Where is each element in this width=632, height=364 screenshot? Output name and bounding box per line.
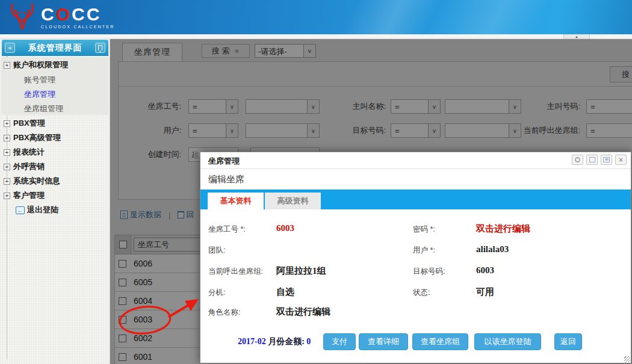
sidebar-collapse-button[interactable]: « (5, 43, 15, 53)
view-seat-group-button[interactable]: 查看坐席组 (412, 333, 468, 350)
expand-plus-icon[interactable]: + (4, 62, 10, 69)
sidebar-item-account-permissions[interactable]: +账户和权限管理 (4, 60, 68, 70)
chevron-double-left-icon: « (8, 44, 11, 51)
value-role-name[interactable]: 双击进行编辑 (276, 306, 330, 318)
window-collapse-button[interactable] (572, 155, 583, 165)
sidebar-item-pbx-advanced[interactable]: +PBX高级管理 (4, 132, 61, 143)
dialog-subtitle: 编辑坐席 (208, 174, 244, 185)
sidebar-item-seat-mgmt[interactable]: 坐席管理 (24, 89, 55, 100)
top-strip: ▲ (0, 34, 632, 39)
sidebar-item-account-mgmt[interactable]: 账号管理 (24, 75, 55, 85)
app-logo: COCC CLOUDOX CALLCENTER (8, 2, 114, 31)
label-role-name: 角色名称: (208, 307, 240, 318)
value-target-number[interactable]: 6003 (476, 265, 494, 276)
dialog-footer: 2017-02 月份金额: 0 支付 查看详细 查看坐席组 以该坐席登陆 返回 (200, 333, 631, 351)
dialog-title: 坐席管理 (208, 156, 240, 167)
circle-icon (575, 157, 580, 162)
value-user[interactable]: alilala03 (476, 244, 509, 254)
tab-basic-info[interactable]: 基本资料 (208, 193, 264, 209)
login-as-seat-button[interactable]: 以该坐席登陆 (474, 333, 541, 350)
monthly-amount-text: 2017-02 月份金额: 0 (238, 336, 311, 347)
expand-plus-icon[interactable]: + (4, 193, 10, 199)
logout-back-arrow-icon: ← (16, 206, 25, 214)
label-user: 用户 *: (413, 245, 435, 256)
sidebar-pin-button[interactable] (95, 43, 105, 53)
close-icon: × (619, 156, 623, 164)
label-seat-id: 坐席工号 *: (208, 224, 246, 235)
value-current-outbound-group[interactable]: 阿里拉拉1组 (276, 265, 326, 277)
expand-plus-icon[interactable]: + (4, 120, 10, 127)
window-close-button[interactable]: × (615, 155, 627, 165)
label-current-outbound-group: 当前呼出坐席组: (208, 267, 263, 277)
sidebar-tree: +账户和权限管理 账号管理 坐席管理 坐席组管理 +PBX管理 +PBX高级管理… (0, 56, 110, 364)
seat-edit-dialog: 坐席管理 × 编辑坐席 基本资料 高级资料 坐席工号 *: 6003 密码 *:… (200, 152, 631, 363)
label-extension: 分机: (208, 288, 225, 298)
window-maximize-button[interactable] (586, 155, 598, 165)
sidebar: « 系统管理界面 +账户和权限管理 账号管理 坐席管理 坐席组管理 +PBX管理… (0, 39, 110, 364)
sidebar-item-system-realtime[interactable]: +系统实时信息 (4, 176, 60, 187)
bull-logo-icon (8, 2, 36, 31)
window-controls: × (572, 155, 627, 165)
tab-advanced-info[interactable]: 高级资料 (265, 193, 321, 209)
dialog-titlebar[interactable]: 坐席管理 × (200, 152, 631, 169)
label-team: 团队: (208, 245, 225, 256)
label-status: 状态: (413, 288, 430, 298)
dialog-tabbar: 基本资料 高级资料 (200, 190, 631, 209)
logo-wordmark: COCC (41, 5, 114, 23)
pay-button[interactable]: 支付 (323, 333, 356, 350)
value-extension[interactable]: 自选 (276, 286, 294, 298)
top-banner: COCC CLOUDOX CALLCENTER (0, 0, 632, 34)
label-password: 密码 *: (413, 224, 435, 235)
view-detail-button[interactable]: 查看详细 (359, 333, 408, 350)
value-password[interactable]: 双击进行编辑 (476, 223, 530, 235)
value-status[interactable]: 可用 (476, 286, 494, 298)
expand-plus-icon[interactable]: + (4, 135, 10, 141)
sidebar-item-outbound-marketing[interactable]: +外呼营销 (4, 161, 45, 172)
label-target-number: 目标号码: (413, 267, 445, 277)
logo-subtext: CLOUDOX CALLCENTER (41, 25, 114, 29)
maximize-icon (589, 157, 595, 162)
triangle-up-icon: ▲ (575, 35, 578, 39)
sidebar-title: 系统管理界面 (28, 43, 82, 54)
sidebar-item-logout[interactable]: ←退出登陆 (16, 205, 58, 215)
expand-plus-icon[interactable]: + (4, 178, 10, 185)
pin-icon (98, 45, 102, 51)
window-restore-button[interactable] (601, 155, 612, 165)
sidebar-item-report-stats[interactable]: +报表统计 (4, 147, 45, 158)
sidebar-item-seat-group-mgmt[interactable]: 坐席组管理 (24, 103, 63, 114)
restore-icon (603, 157, 610, 162)
sidebar-item-customer-mgmt[interactable]: +客户管理 (4, 190, 45, 201)
collapse-banner-handle[interactable]: ▲ (563, 34, 590, 39)
expand-plus-icon[interactable]: + (4, 149, 10, 156)
sidebar-item-pbx-mgmt[interactable]: +PBX管理 (4, 118, 45, 129)
return-button[interactable]: 返回 (554, 333, 582, 350)
sidebar-header: « 系统管理界面 (2, 40, 108, 56)
value-seat-id[interactable]: 6003 (276, 223, 294, 233)
expand-plus-icon[interactable]: + (4, 164, 10, 170)
